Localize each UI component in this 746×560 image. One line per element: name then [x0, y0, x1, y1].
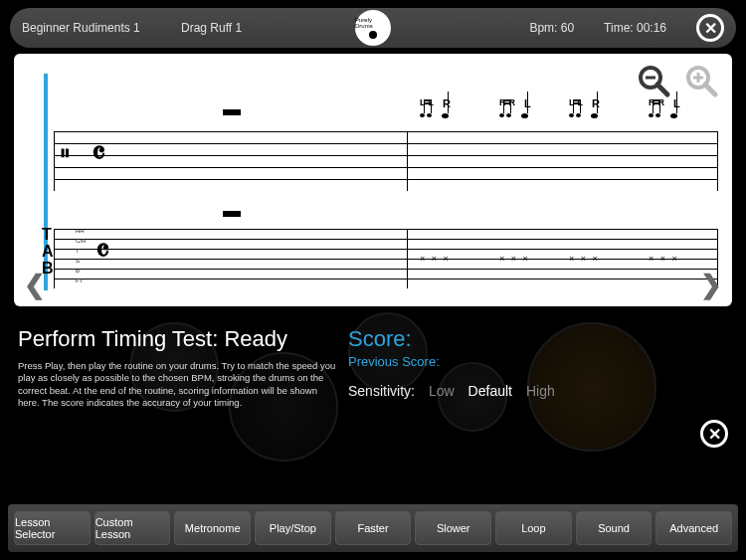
- sensitivity-high[interactable]: High: [526, 383, 555, 399]
- metronome-button[interactable]: Metronome: [174, 511, 251, 545]
- timing-test-description: Press Play, then play the routine on you…: [18, 360, 336, 409]
- tab-notes: × ×·×: [499, 254, 530, 264]
- close-button[interactable]: ✕: [696, 14, 724, 42]
- bottom-toolbar: Lesson Selector Custom Lesson Metronome …: [8, 504, 738, 552]
- tab-notes: × ×·×: [649, 254, 679, 264]
- prev-page-button[interactable]: ❮: [24, 270, 46, 300]
- zoom-in-icon: [683, 63, 719, 98]
- note-group: LLR: [420, 97, 451, 139]
- svg-line-4: [705, 85, 715, 94]
- tab-line-labels: HH C/R T S B FT: [76, 226, 86, 285]
- top-bar: Beginner Rudiments 1 Drag Ruff 1 Purely …: [10, 8, 736, 48]
- timing-test-title: Perform Timing Test: Ready: [18, 326, 336, 352]
- percussion-clef: 𝄥: [62, 141, 69, 167]
- time-label: Time: 00:16: [604, 21, 666, 35]
- tab-notes: × ×·×: [569, 254, 600, 264]
- notation-area: 𝄥 𝄴 LLR RRL: [14, 54, 732, 306]
- tab-staff: T A B HH C/R T S B FT 𝄴 × ×·× × ×·× × ×·…: [54, 229, 718, 288]
- sensitivity-default[interactable]: Default: [468, 383, 512, 399]
- score-label: Score:: [348, 326, 728, 352]
- sensitivity-control: Sensitivity: Low Default High: [348, 383, 728, 399]
- rest-icon: [223, 211, 241, 217]
- close-info-button[interactable]: ✕: [700, 420, 728, 448]
- previous-score-label: Previous Score:: [348, 354, 728, 369]
- logo-text: Purely Drums: [355, 17, 391, 29]
- song-name: Drag Ruff 1: [181, 21, 320, 35]
- lesson-selector-button[interactable]: Lesson Selector: [14, 511, 91, 545]
- faster-button[interactable]: Faster: [335, 511, 412, 545]
- rest-icon: [223, 109, 241, 115]
- info-panel: Perform Timing Test: Ready Press Play, t…: [0, 312, 746, 442]
- sensitivity-low[interactable]: Low: [429, 383, 455, 399]
- slower-button[interactable]: Slower: [415, 511, 491, 545]
- time-signature: 𝄴: [92, 139, 105, 168]
- zoom-out-icon: [636, 63, 671, 98]
- svg-line-1: [657, 85, 667, 94]
- note-group: LLR: [569, 97, 600, 139]
- sound-button[interactable]: Sound: [576, 511, 653, 545]
- tab-time-signature: 𝄴: [95, 237, 109, 266]
- play-stop-button[interactable]: Play/Stop: [255, 511, 331, 545]
- lesson-name: Beginner Rudiments 1: [22, 21, 181, 35]
- logo-dot-icon: [369, 31, 377, 39]
- next-page-button[interactable]: ❯: [700, 270, 722, 300]
- custom-lesson-button[interactable]: Custom Lesson: [94, 511, 171, 545]
- note-group: RRL: [649, 97, 680, 139]
- tab-notes: × ×·×: [420, 254, 451, 264]
- advanced-button[interactable]: Advanced: [655, 511, 732, 545]
- sensitivity-label: Sensitivity:: [348, 383, 415, 399]
- zoom-in-button[interactable]: [680, 60, 722, 101]
- bpm-label: Bpm: 60: [529, 21, 574, 35]
- zoom-out-button[interactable]: [633, 60, 674, 101]
- note-group: RRL: [499, 97, 531, 139]
- app-logo: Purely Drums: [355, 10, 391, 46]
- loop-button[interactable]: Loop: [495, 511, 572, 545]
- percussion-staff: 𝄥 𝄴 LLR RRL: [54, 131, 718, 191]
